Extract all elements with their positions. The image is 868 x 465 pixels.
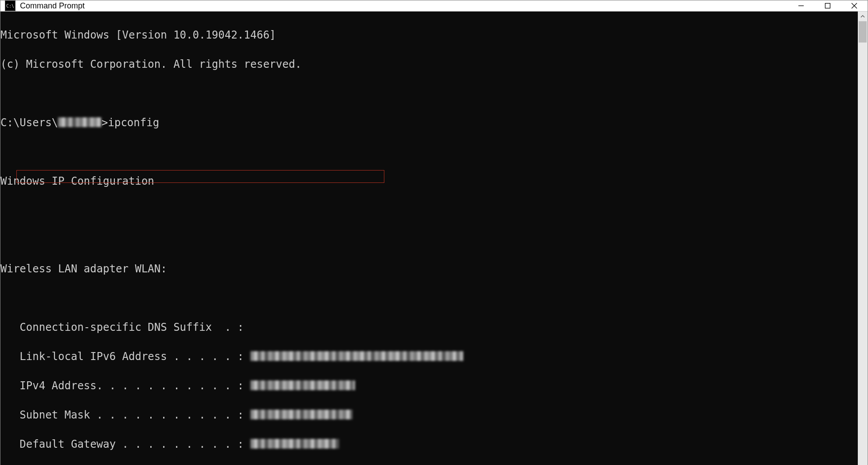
titlebar[interactable]: C:\ Command Prompt	[0, 0, 868, 12]
gateway-redacted	[250, 439, 339, 449]
terminal-output[interactable]: Microsoft Windows [Version 10.0.19042.14…	[0, 12, 858, 465]
maximize-icon	[824, 2, 831, 9]
gateway-line: Default Gateway . . . . . . . . . :	[0, 437, 858, 452]
subnet-line: Subnet Mask . . . . . . . . . . . :	[0, 408, 858, 422]
close-button[interactable]	[841, 0, 868, 11]
copyright-line: (c) Microsoft Corporation. All rights re…	[0, 57, 858, 72]
scroll-up-arrow-icon[interactable]	[858, 12, 868, 21]
vertical-scrollbar[interactable]	[858, 12, 868, 465]
close-icon	[851, 2, 858, 9]
maximize-button[interactable]	[814, 0, 841, 11]
window-title: Command Prompt	[20, 1, 788, 11]
username-redacted	[58, 117, 102, 127]
ipv6-line: Link-local IPv6 Address . . . . . :	[0, 349, 858, 364]
minimize-button[interactable]	[788, 0, 814, 11]
terminal-area: Microsoft Windows [Version 10.0.19042.14…	[0, 12, 868, 465]
scrollbar-track[interactable]	[858, 21, 868, 465]
ipv4-line: IPv4 Address. . . . . . . . . . . :	[0, 379, 858, 393]
ipv6-redacted	[250, 351, 463, 361]
prompt-line-1: C:\Users\>ipconfig	[0, 116, 858, 130]
version-line: Microsoft Windows [Version 10.0.19042.14…	[0, 28, 858, 43]
subnet-redacted	[250, 410, 352, 419]
scrollbar-thumb[interactable]	[859, 21, 867, 43]
command-text: ipconfig	[108, 116, 160, 129]
ipv4-redacted	[250, 380, 355, 390]
minimize-icon	[798, 2, 805, 9]
dns-suffix-line: Connection-specific DNS Suffix . :	[0, 320, 858, 335]
command-prompt-window: C:\ Command Prompt Microsoft Windows [Ve…	[0, 0, 868, 465]
svg-rect-1	[825, 4, 830, 8]
ipconfig-title: Windows IP Configuration	[0, 174, 858, 189]
window-controls	[788, 0, 868, 11]
adapter-wlan-title: Wireless LAN adapter WLAN:	[0, 262, 858, 276]
cmd-icon: C:\	[5, 0, 16, 11]
